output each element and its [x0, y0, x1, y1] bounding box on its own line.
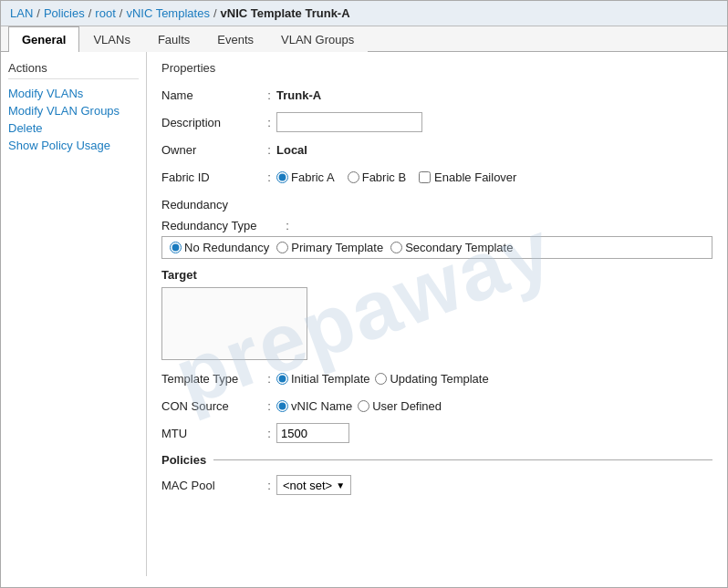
tab-vlan-groups[interactable]: VLAN Groups: [267, 26, 368, 52]
label-initial-template: Initial Template: [291, 372, 369, 386]
row-fabric-id: Fabric ID : Fabric A Fabric B Enable Fai…: [161, 166, 712, 188]
breadcrumb-lan[interactable]: LAN: [10, 6, 33, 20]
target-section: Target: [161, 268, 712, 360]
breadcrumb-sep-1: /: [36, 6, 40, 20]
label-vnic-name: vNIC Name: [291, 399, 352, 413]
row-template-type: Template Type : Initial Template Updatin…: [161, 367, 712, 389]
colon-mtu: :: [262, 427, 276, 440]
value-mac-pool: <not set> ▼: [276, 475, 712, 495]
row-name: Name : Trunk-A: [161, 84, 712, 106]
checkbox-enable-failover-item[interactable]: Enable Failover: [419, 170, 516, 184]
radio-no-redundancy-item[interactable]: No Redundancy: [170, 241, 269, 254]
mac-pool-dropdown[interactable]: <not set> ▼: [276, 475, 351, 495]
breadcrumb: LAN / Policies / root / vNIC Templates /…: [1, 1, 727, 26]
mtu-input[interactable]: [276, 423, 349, 443]
target-title: Target: [161, 268, 712, 282]
target-box: [161, 287, 307, 360]
description-input[interactable]: [276, 112, 422, 132]
breadcrumb-policies[interactable]: Policies: [44, 6, 85, 20]
label-fabric-b: Fabric B: [362, 170, 406, 184]
row-owner: Owner : Local: [161, 139, 712, 160]
row-redundancy: Redundancy: [161, 193, 712, 215]
sidebar-item-modify-vlan-groups[interactable]: Modify VLAN Groups: [8, 104, 139, 118]
label-secondary-template: Secondary Template: [405, 241, 513, 254]
row-description: Description :: [161, 111, 712, 133]
colon-owner: :: [262, 143, 276, 157]
row-redundancy-type: Redundancy Type : No Redundancy Primary …: [161, 219, 712, 259]
sidebar-item-show-policy-usage[interactable]: Show Policy Usage: [8, 139, 139, 152]
row-mtu: MTU :: [161, 422, 712, 444]
radio-primary-template-item[interactable]: Primary Template: [276, 241, 383, 254]
tab-vlans[interactable]: VLANs: [79, 26, 143, 52]
row-mac-pool: MAC Pool : <not set> ▼: [161, 474, 712, 496]
colon-description: :: [262, 116, 276, 129]
label-mtu: MTU: [161, 427, 262, 440]
breadcrumb-sep-4: /: [213, 6, 217, 20]
colon-mac-pool: :: [262, 479, 276, 492]
radio-updating-template-item[interactable]: Updating Template: [375, 372, 488, 386]
colon-fabric-id: :: [262, 170, 276, 184]
label-enable-failover: Enable Failover: [434, 170, 516, 184]
checkbox-enable-failover[interactable]: [419, 171, 431, 183]
policies-title: Policies: [161, 453, 206, 467]
label-con-source: CON Source: [161, 399, 262, 413]
radio-user-defined-item[interactable]: User Defined: [358, 399, 442, 413]
radio-secondary-template[interactable]: [390, 242, 402, 253]
radio-fabric-a-item[interactable]: Fabric A: [276, 170, 335, 184]
section-title-properties: Properties: [161, 61, 712, 75]
mac-pool-arrow-icon: ▼: [336, 480, 345, 490]
value-mtu: [276, 423, 712, 443]
value-description: [276, 112, 712, 132]
radio-initial-template[interactable]: [276, 373, 288, 385]
radio-vnic-name[interactable]: [276, 400, 288, 412]
tab-events[interactable]: Events: [203, 26, 267, 52]
radio-initial-template-item[interactable]: Initial Template: [276, 372, 369, 386]
sidebar-title: Actions: [8, 61, 139, 79]
radio-vnic-name-item[interactable]: vNIC Name: [276, 399, 352, 413]
value-owner: Local: [276, 143, 712, 157]
label-redundancy-type: Redundancy Type: [161, 219, 280, 232]
sidebar-item-modify-vlans[interactable]: Modify VLANs: [8, 87, 139, 100]
radio-primary-template[interactable]: [276, 242, 288, 253]
colon-con-source: :: [262, 399, 276, 413]
mac-pool-value: <not set>: [283, 479, 332, 492]
radio-updating-template[interactable]: [375, 373, 387, 385]
value-fabric-id: Fabric A Fabric B Enable Failover: [276, 170, 712, 184]
label-redundancy: Redundancy: [161, 198, 262, 211]
sidebar: Actions Modify VLANs Modify VLAN Groups …: [1, 52, 147, 576]
breadcrumb-vnic-templates[interactable]: vNIC Templates: [126, 6, 210, 20]
breadcrumb-root[interactable]: root: [95, 6, 115, 20]
radio-fabric-b-item[interactable]: Fabric B: [348, 170, 406, 184]
redundancy-type-options: No Redundancy Primary Template Secondary…: [161, 236, 712, 259]
breadcrumb-current: vNIC Template Trunk-A: [221, 6, 350, 20]
policies-header: Policies: [161, 453, 712, 467]
tab-faults[interactable]: Faults: [144, 26, 203, 52]
value-template-type: Initial Template Updating Template: [276, 372, 712, 386]
colon-name: :: [262, 88, 276, 102]
tab-general[interactable]: General: [8, 26, 79, 52]
policies-divider: [213, 459, 712, 460]
sidebar-item-delete[interactable]: Delete: [8, 121, 139, 135]
label-name: Name: [161, 88, 262, 102]
label-user-defined: User Defined: [372, 399, 442, 413]
colon-redundancy-type: :: [280, 219, 295, 232]
label-fabric-a: Fabric A: [291, 170, 335, 184]
row-con-source: CON Source : vNIC Name User Defined: [161, 395, 712, 417]
policies-section: Policies MAC Pool : <not set> ▼: [161, 453, 712, 496]
breadcrumb-sep-3: /: [120, 6, 123, 20]
radio-fabric-a[interactable]: [276, 171, 288, 183]
radio-secondary-template-item[interactable]: Secondary Template: [390, 241, 513, 254]
radio-fabric-b[interactable]: [348, 171, 359, 183]
radio-user-defined[interactable]: [358, 400, 369, 412]
label-primary-template: Primary Template: [291, 241, 383, 254]
label-fabric-id: Fabric ID: [161, 170, 262, 184]
value-name: Trunk-A: [276, 88, 712, 102]
radio-no-redundancy[interactable]: [170, 242, 182, 253]
breadcrumb-sep-2: /: [88, 6, 92, 20]
content-area: Properties Name : Trunk-A Description : …: [147, 52, 727, 576]
label-description: Description: [161, 116, 262, 129]
label-owner: Owner: [161, 143, 262, 157]
tab-bar: General VLANs Faults Events VLAN Groups: [1, 26, 727, 52]
colon-template-type: :: [262, 372, 276, 386]
value-con-source: vNIC Name User Defined: [276, 399, 712, 413]
